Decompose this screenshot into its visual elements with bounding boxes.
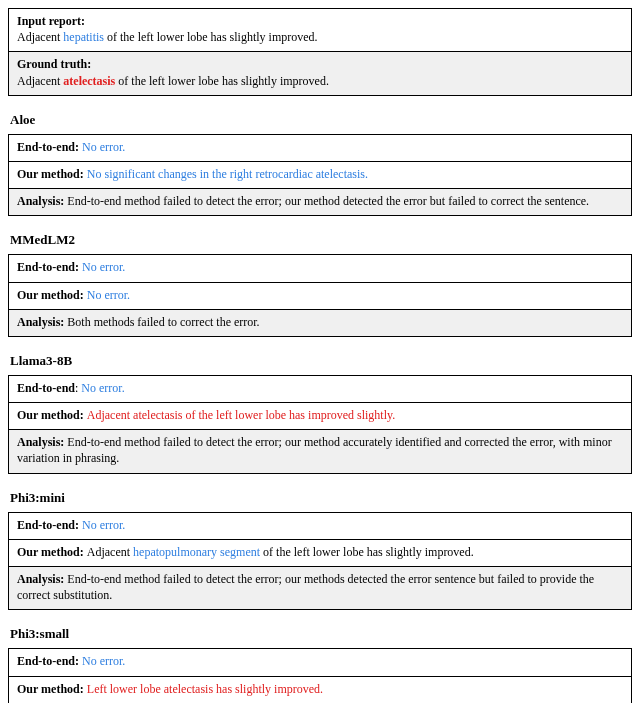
- input-term: hepatitis: [63, 30, 104, 44]
- e2e-value: No error.: [82, 140, 125, 154]
- ours-label: Our method: [17, 545, 80, 559]
- analysis-label: Analysis:: [17, 572, 64, 586]
- analysis-row: Analysis: End-to-end method failed to de…: [9, 567, 631, 609]
- model-heading-phi3mini: Phi3:mini: [8, 480, 632, 512]
- e2e-label: End-to-end: [17, 654, 75, 668]
- model-heading-mmedlm2: MMedLM2: [8, 222, 632, 254]
- e2e-value: No error.: [82, 260, 125, 274]
- e2e-value: No error.: [82, 654, 125, 668]
- model-box-phi3mini: End-to-end: No error. Our method: Adjace…: [8, 512, 632, 611]
- e2e-row: End-to-end: No error.: [9, 513, 631, 540]
- model-box-mmedlm2: End-to-end: No error. Our method: No err…: [8, 254, 632, 337]
- e2e-label: End-to-end: [17, 260, 75, 274]
- input-label: Input report:: [17, 14, 85, 28]
- ours-post: of the left lower lobe has slightly impr…: [260, 545, 474, 559]
- ours-row: Our method: No error.: [9, 283, 631, 310]
- ours-value: No significant changes in the right retr…: [87, 167, 368, 181]
- model-heading-phi3small: Phi3:small: [8, 616, 632, 648]
- model-box-phi3small: End-to-end: No error. Our method: Left l…: [8, 648, 632, 703]
- analysis-row: Analysis: End-to-end method failed to de…: [9, 430, 631, 472]
- analysis-label: Analysis:: [17, 435, 64, 449]
- ours-row: Our method: No significant changes in th…: [9, 162, 631, 189]
- ours-value: No error.: [87, 288, 130, 302]
- header-box: Input report: Adjacent hepatitis of the …: [8, 8, 632, 96]
- e2e-row: End-to-end: No error.: [9, 255, 631, 282]
- analysis-text: End-to-end method failed to detect the e…: [17, 572, 594, 602]
- analysis-label: Analysis:: [17, 194, 64, 208]
- ours-value: Left lower lobe atelectasis has slightly…: [87, 682, 323, 696]
- e2e-row: End-to-end: No error.: [9, 649, 631, 676]
- model-heading-llama3: Llama3-8B: [8, 343, 632, 375]
- truth-label: Ground truth:: [17, 57, 91, 71]
- ours-label: Our method: [17, 167, 80, 181]
- ours-label: Our method: [17, 408, 80, 422]
- ours-row: Our method: Adjacent atelectasis of the …: [9, 403, 631, 430]
- ours-label: Our method: [17, 682, 80, 696]
- ours-pre: Adjacent: [87, 545, 133, 559]
- ground-truth-row: Ground truth: Adjacent atelectasis of th…: [9, 52, 631, 94]
- model-box-aloe: End-to-end: No error. Our method: No sig…: [8, 134, 632, 217]
- ours-value: Adjacent atelectasis of the left lower l…: [87, 408, 395, 422]
- truth-term: atelectasis: [63, 74, 115, 88]
- e2e-row: End-to-end: No error.: [9, 135, 631, 162]
- truth-pre: Adjacent: [17, 74, 63, 88]
- analysis-text: End-to-end method failed to detect the e…: [64, 194, 589, 208]
- e2e-label: End-to-end: [17, 518, 75, 532]
- ours-row: Our method: Left lower lobe atelectasis …: [9, 677, 631, 703]
- input-report-row: Input report: Adjacent hepatitis of the …: [9, 9, 631, 52]
- truth-post: of the left lower lobe has slightly impr…: [115, 74, 329, 88]
- input-post: of the left lower lobe has slightly impr…: [104, 30, 318, 44]
- e2e-value: No error.: [81, 381, 124, 395]
- ours-row: Our method: Adjacent hepatopulmonary seg…: [9, 540, 631, 567]
- ours-term: hepatopulmonary segment: [133, 545, 260, 559]
- input-pre: Adjacent: [17, 30, 63, 44]
- analysis-row: Analysis: End-to-end method failed to de…: [9, 189, 631, 215]
- analysis-text: Both methods failed to correct the error…: [64, 315, 259, 329]
- e2e-row: End-to-end: No error.: [9, 376, 631, 403]
- analysis-label: Analysis:: [17, 315, 64, 329]
- e2e-label: End-to-end: [17, 381, 75, 395]
- analysis-text: End-to-end method failed to detect the e…: [17, 435, 612, 465]
- analysis-row: Analysis: Both methods failed to correct…: [9, 310, 631, 336]
- e2e-value: No error.: [82, 518, 125, 532]
- ours-label: Our method: [17, 288, 80, 302]
- model-heading-aloe: Aloe: [8, 102, 632, 134]
- model-box-llama3: End-to-end: No error. Our method: Adjace…: [8, 375, 632, 474]
- e2e-label: End-to-end: [17, 140, 75, 154]
